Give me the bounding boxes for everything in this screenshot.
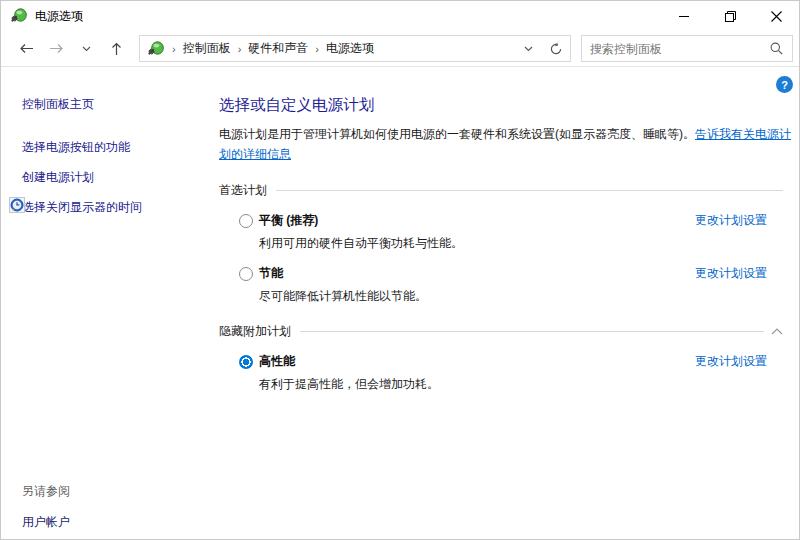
chevron-up-icon	[771, 328, 783, 335]
address-dropdown-button[interactable]	[514, 36, 542, 61]
section-divider	[300, 331, 764, 332]
plan-name: 节能	[259, 265, 283, 282]
plan-description: 利用可用的硬件自动平衡功耗与性能。	[259, 235, 800, 252]
up-icon	[111, 42, 122, 56]
power-options-window: 电源选项	[0, 0, 800, 540]
plan-name: 平衡 (推荐)	[259, 212, 318, 229]
search-icon[interactable]	[770, 42, 783, 55]
restore-button[interactable]	[707, 1, 753, 31]
recent-pages-dropdown[interactable]	[71, 35, 101, 63]
search-box	[581, 35, 793, 62]
breadcrumb-hardware-sound[interactable]: 硬件和声音	[243, 40, 313, 57]
plan-row-high-performance: 高性能 更改计划设置	[219, 353, 800, 370]
power-options-icon	[11, 8, 27, 24]
breadcrumb-power-options[interactable]: 电源选项	[321, 40, 379, 57]
chevron-down-icon	[82, 46, 91, 52]
page-title: 选择或自定义电源计划	[219, 95, 800, 116]
back-icon	[19, 43, 34, 54]
sidebar-item-label: 选择关闭显示器的时间	[22, 200, 142, 214]
section-hidden-plans: 隐藏附加计划	[219, 323, 783, 340]
navigation-bar: › 控制面板 › 硬件和声音 › 电源选项	[1, 31, 799, 67]
intro-paragraph: 电源计划是用于管理计算机如何使用电源的一套硬件和系统设置(如显示器亮度、睡眠等)…	[219, 125, 791, 164]
change-plan-settings-link-power-saver[interactable]: 更改计划设置	[695, 265, 767, 282]
plan-name: 高性能	[259, 353, 295, 370]
address-bar-controls	[514, 36, 570, 61]
sidebar: 控制面板主页 选择电源按钮的功能 创建电源计划 选择关闭显示器的时间 另请参阅 …	[1, 67, 219, 539]
change-plan-settings-link-high-performance[interactable]: 更改计划设置	[695, 353, 767, 370]
title-bar: 电源选项	[1, 1, 799, 31]
section-label: 首选计划	[219, 182, 267, 199]
help-button[interactable]: ?	[776, 76, 793, 93]
refresh-button[interactable]	[542, 36, 570, 61]
radio-balanced[interactable]	[239, 214, 253, 228]
minimize-icon	[679, 16, 689, 17]
restore-icon	[725, 11, 736, 22]
section-label: 隐藏附加计划	[219, 323, 291, 340]
question-mark-icon: ?	[781, 79, 788, 91]
plan-description: 尽可能降低计算机性能以节能。	[259, 288, 800, 305]
sidebar-item-display-off-time[interactable]: 选择关闭显示器的时间	[22, 193, 219, 223]
window-title: 电源选项	[35, 8, 83, 25]
see-also-group: 另请参阅 用户帐户	[22, 483, 70, 531]
collapse-section-button[interactable]	[771, 328, 783, 335]
plan-description: 有利于提高性能，但会增加功耗。	[259, 376, 800, 393]
back-button[interactable]	[11, 35, 41, 63]
radio-power-saver[interactable]	[239, 267, 253, 281]
search-input[interactable]	[582, 42, 770, 56]
radio-high-performance[interactable]	[239, 355, 253, 369]
up-button[interactable]	[101, 35, 131, 63]
breadcrumb-control-panel[interactable]: 控制面板	[178, 40, 236, 57]
breadcrumb-chevron-icon[interactable]: ›	[236, 43, 244, 55]
breadcrumb-chevron-icon[interactable]: ›	[170, 43, 178, 55]
refresh-icon	[549, 42, 563, 56]
close-button[interactable]	[753, 1, 799, 31]
change-plan-settings-link-balanced[interactable]: 更改计划设置	[695, 212, 767, 229]
plan-row-power-saver: 节能 更改计划设置	[219, 265, 800, 282]
main-panel: ? 选择或自定义电源计划 电源计划是用于管理计算机如何使用电源的一套硬件和系统设…	[219, 67, 800, 539]
address-bar[interactable]: › 控制面板 › 硬件和声音 › 电源选项	[139, 35, 571, 62]
minimize-button[interactable]	[661, 1, 707, 31]
sidebar-item-power-button-function[interactable]: 选择电源按钮的功能	[22, 133, 219, 163]
close-icon	[771, 11, 782, 22]
forward-button[interactable]	[41, 35, 71, 63]
clock-icon	[9, 197, 25, 213]
sidebar-item-user-accounts[interactable]: 用户帐户	[22, 514, 70, 531]
sidebar-item-create-power-plan[interactable]: 创建电源计划	[22, 163, 219, 193]
section-divider	[276, 190, 783, 191]
window-controls	[661, 1, 799, 31]
chevron-down-icon	[524, 46, 533, 52]
forward-icon	[49, 43, 64, 54]
sidebar-item-control-panel-home[interactable]: 控制面板主页	[22, 96, 219, 113]
content-area: 控制面板主页 选择电源按钮的功能 创建电源计划 选择关闭显示器的时间 另请参阅 …	[1, 67, 799, 539]
see-also-header: 另请参阅	[22, 483, 70, 500]
intro-text: 电源计划是用于管理计算机如何使用电源的一套硬件和系统设置(如显示器亮度、睡眠等)…	[219, 127, 695, 141]
breadcrumb-chevron-icon[interactable]: ›	[313, 43, 321, 55]
section-preferred-plans: 首选计划	[219, 182, 783, 199]
power-options-small-icon	[148, 41, 164, 57]
plan-row-balanced: 平衡 (推荐) 更改计划设置	[219, 212, 800, 229]
